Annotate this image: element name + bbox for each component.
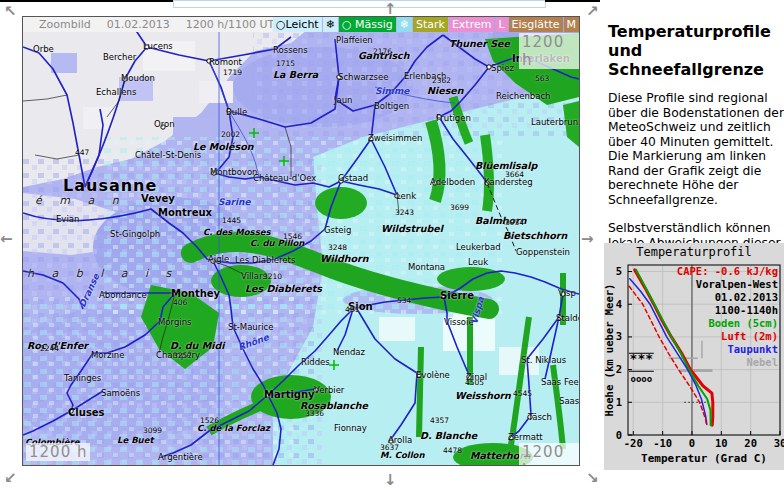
map-label: Simme xyxy=(375,87,409,96)
top-frame-line-left xyxy=(0,0,173,2)
map-label: Verbier xyxy=(314,386,344,395)
zoom-map[interactable]: OrbeBercherLucensRomontRossensMoudonEcha… xyxy=(22,16,580,466)
map-timestamp: 1200 h xyxy=(519,33,579,69)
svg-text:30: 30 xyxy=(774,437,784,449)
map-topbar-time: 1200 h/1100 UTC xyxy=(186,18,281,31)
legend-item: ○ Mässig xyxy=(339,17,396,32)
map-label: Fionnay xyxy=(334,424,367,433)
map-label: 4505 xyxy=(465,379,484,387)
legend-item: Extrem xyxy=(449,17,495,32)
map-label: Adelboden xyxy=(430,178,475,187)
map-label: La Berra xyxy=(273,70,318,80)
map-label: Montana xyxy=(408,263,445,272)
map-label: C. des Mosses xyxy=(203,228,271,237)
map-topbar-date: 01.02.2013 xyxy=(107,18,170,31)
map-label: 3336 xyxy=(305,410,324,418)
pan-arrow-w[interactable]: ← xyxy=(0,230,13,248)
pan-arrow-ne[interactable]: ↗ xyxy=(586,2,599,20)
map-label: Samoëns xyxy=(101,389,140,398)
svg-text:-20: -20 xyxy=(624,437,643,449)
temperature-profile-chart: ***oooo-20-100102030012345Temperatur (Gr… xyxy=(604,259,784,470)
map-label: Leuk xyxy=(468,258,488,267)
map-label: C. de la Forclaz xyxy=(197,424,270,433)
map-label: Thuner See xyxy=(449,39,510,49)
map-label: Lauterbrunnen xyxy=(531,118,580,127)
pan-arrow-s[interactable]: ↓ xyxy=(384,471,397,489)
map-label: 534 xyxy=(397,297,411,305)
svg-text:0: 0 xyxy=(616,429,622,441)
map-topbar: Zoombild 01.02.2013 1200 h/1100 UTC xyxy=(23,17,304,32)
map-label: 1546 xyxy=(283,233,302,241)
legend-item: ○Leicht xyxy=(273,17,322,32)
map-label: Wildhorn xyxy=(320,254,369,264)
map-label: Bulle xyxy=(226,108,247,117)
svg-text:-10: -10 xyxy=(653,437,672,449)
map-label: Bietschhorn xyxy=(503,231,567,241)
svg-text:20: 20 xyxy=(744,437,757,449)
map-label: 3637 xyxy=(380,444,399,452)
map-label: Montreux xyxy=(158,208,212,218)
map-label: Abondance xyxy=(99,291,147,300)
map-label: Lausanne xyxy=(63,178,157,194)
map-label: Zermatt xyxy=(508,433,543,442)
top-frame-box xyxy=(173,0,546,8)
map-label: 3257 xyxy=(173,352,192,360)
map-label: Morgins xyxy=(158,318,191,327)
article: Temperaturprofile und Schneefallgrenze D… xyxy=(608,14,784,279)
map-label: Frutigen xyxy=(436,114,471,123)
map-label: Saas xyxy=(559,397,579,406)
map-label: Zweisimmen xyxy=(368,134,422,143)
svg-text:Boden (5cm): Boden (5cm) xyxy=(708,317,778,329)
legend-item: L xyxy=(495,17,507,32)
map-label: 2362 xyxy=(432,77,451,85)
pan-arrow-se[interactable]: ↘ xyxy=(586,469,599,487)
pan-arrow-nw[interactable]: ↖ xyxy=(4,2,17,20)
map-label: 447 xyxy=(75,149,89,157)
map-label: 1719 xyxy=(223,69,242,77)
pan-arrow-sw[interactable]: ↙ xyxy=(4,469,17,487)
map-label: Les Diablerets xyxy=(235,256,295,265)
map-label: Spiez xyxy=(491,64,514,73)
map-label: Weisshorn xyxy=(455,391,511,401)
map-label: 3699 xyxy=(450,204,469,212)
svg-text:Nebel: Nebel xyxy=(746,356,778,368)
map-label: 3248 xyxy=(328,244,347,252)
precipitation-legend: ○Leicht❄○ Mässig❄StarkExtremLEisglätteM xyxy=(273,17,579,32)
map-label: Lenk xyxy=(396,192,416,201)
map-topbar-title: Zoombild xyxy=(39,18,91,31)
map-label: Jaun xyxy=(334,96,353,105)
map-labels-layer: OrbeBercherLucensRomontRossensMoudonEcha… xyxy=(23,17,579,465)
svg-text:1: 1 xyxy=(616,396,622,408)
map-label: 3664 xyxy=(505,171,524,179)
map-label: 3099 xyxy=(143,427,162,435)
svg-text:0: 0 xyxy=(689,437,695,449)
map-label: Evian xyxy=(56,215,79,224)
map-timestamp: 1200 h xyxy=(26,443,90,461)
map-label: Reichenbach xyxy=(496,92,550,101)
svg-text:Hoehe (km ueber Meer): Hoehe (km ueber Meer) xyxy=(604,284,615,417)
map-label: Gstaad xyxy=(338,174,368,183)
map-label: 2176 xyxy=(373,48,392,56)
map-label: 563 xyxy=(535,75,549,83)
map-label: Sarine xyxy=(218,198,251,207)
map-label: Le Moléson xyxy=(193,142,253,152)
map-label: Rhône xyxy=(237,333,270,352)
map-label: Riddes xyxy=(301,358,330,367)
legend-item: Stark xyxy=(413,17,448,32)
legend-item: Eisglätte xyxy=(509,17,563,32)
pan-arrow-n[interactable]: ↑ xyxy=(384,0,397,18)
svg-text:5: 5 xyxy=(616,265,622,277)
map-label: Romont xyxy=(209,58,242,67)
svg-text:Temperatur (Grad C): Temperatur (Grad C) xyxy=(641,452,767,465)
svg-text:oooo: oooo xyxy=(631,374,653,384)
legend-item: ❄ xyxy=(323,17,338,32)
map-label: Stalden xyxy=(556,314,580,323)
pan-arrow-e[interactable]: → xyxy=(581,230,594,248)
temperature-profile-panel: Temperaturprofil ***oooo-20-100102030012… xyxy=(604,243,784,470)
map-label: 1526 xyxy=(200,417,219,425)
map-label: 2244 xyxy=(40,345,59,353)
map-label: Morzine xyxy=(91,351,124,360)
map-label: D. du Midi xyxy=(170,341,224,351)
svg-text:3: 3 xyxy=(616,330,622,342)
map-label: Martigny xyxy=(264,390,315,400)
